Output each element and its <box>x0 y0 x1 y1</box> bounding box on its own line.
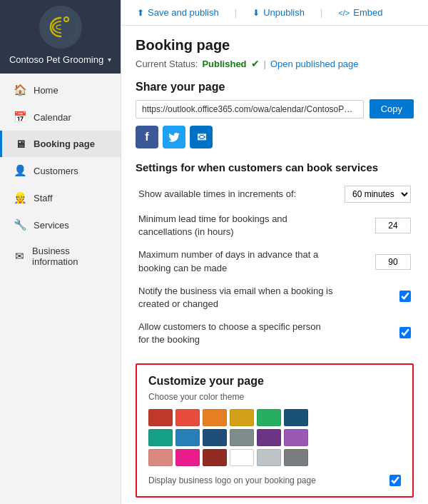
color-swatch-7[interactable] <box>175 429 200 446</box>
setting-label-specific-person: Allow customers to choose a specific per… <box>136 316 336 351</box>
social-icons-row: f ✉ <box>136 126 414 148</box>
share-url-display: https://outlook.office365.com/owa/calend… <box>136 100 364 119</box>
services-icon: 🔧 <box>14 218 26 231</box>
status-dot-icon: ✔ <box>251 58 260 69</box>
toolbar-divider: | <box>235 7 237 18</box>
email-share-button[interactable]: ✉ <box>190 126 213 148</box>
embed-icon: </> <box>338 9 350 17</box>
calendar-icon: 📅 <box>14 111 26 124</box>
status-value: Published <box>202 59 246 69</box>
setting-control-increments[interactable]: 60 minutes <box>336 181 414 208</box>
color-swatch-3[interactable] <box>230 409 254 426</box>
color-swatch-16[interactable] <box>257 449 281 466</box>
logo-display-row: Display business logo on your booking pa… <box>148 475 401 486</box>
sidebar-item-services[interactable]: 🔧 Services <box>0 211 121 238</box>
embed-button[interactable]: </> Embed <box>334 4 387 21</box>
sidebar-item-home[interactable]: 🏠 Home <box>0 76 121 104</box>
sidebar: Contoso Pet Grooming ▾ 🏠 Home 📅 Calendar… <box>0 0 121 504</box>
setting-label-max-days: Maximum number of days in advance that a… <box>136 243 336 279</box>
setting-row-increments: Show available times in increments of: 6… <box>136 181 414 208</box>
sidebar-item-label: Business information <box>32 246 109 267</box>
share-url-row: https://outlook.office365.com/owa/calend… <box>136 99 414 119</box>
sidebar-item-business-information[interactable]: ✉ Business information <box>0 238 121 274</box>
setting-row-specific-person: Allow customers to choose a specific per… <box>136 316 414 351</box>
status-divider: | <box>264 59 266 69</box>
sidebar-item-label: Home <box>34 85 58 96</box>
setting-control-notify[interactable] <box>336 280 414 316</box>
svg-point-0 <box>44 10 78 44</box>
color-swatch-2[interactable] <box>203 409 227 426</box>
customize-title: Customize your page <box>148 375 401 388</box>
sidebar-brand[interactable]: Contoso Pet Grooming ▾ <box>0 0 121 74</box>
share-section-title: Share your page <box>136 81 414 94</box>
sidebar-nav: 🏠 Home 📅 Calendar 🖥 Booking page 👤 Custo… <box>0 74 121 504</box>
brand-chevron-icon: ▾ <box>108 56 111 64</box>
page-title: Booking page <box>136 37 414 54</box>
staff-icon: 👷 <box>14 191 26 204</box>
brand-name[interactable]: Contoso Pet Grooming ▾ <box>9 54 111 65</box>
brand-logo <box>39 6 82 49</box>
settings-table: Show available times in increments of: 6… <box>136 181 414 352</box>
copy-button[interactable]: Copy <box>370 99 414 119</box>
sidebar-item-label: Staff <box>34 193 53 203</box>
setting-label-increments: Show available times in increments of: <box>136 181 336 208</box>
color-swatch-8[interactable] <box>203 429 227 446</box>
color-swatch-14[interactable] <box>203 449 227 466</box>
upload-icon: ⬆ <box>137 8 144 18</box>
color-swatch-1[interactable] <box>175 409 200 426</box>
twitter-icon <box>168 131 180 143</box>
setting-row-lead-time: Minimum lead time for bookings and cance… <box>136 208 414 243</box>
color-swatch-13[interactable] <box>175 449 200 466</box>
sidebar-item-staff[interactable]: 👷 Staff <box>0 184 121 211</box>
logo-display-checkbox[interactable] <box>389 475 401 486</box>
color-swatch-6[interactable] <box>148 429 173 446</box>
color-swatch-10[interactable] <box>257 429 281 446</box>
facebook-share-button[interactable]: f <box>136 126 158 148</box>
sidebar-item-label: Calendar <box>34 112 71 123</box>
setting-control-specific-person[interactable] <box>336 316 414 351</box>
sidebar-item-customers[interactable]: 👤 Customers <box>0 157 121 184</box>
color-swatch-4[interactable] <box>257 409 281 426</box>
main-content: ⬆ Save and publish | ⬇ Unpublish | </> E… <box>121 0 428 504</box>
sidebar-item-label: Customers <box>34 166 78 176</box>
setting-row-max-days: Maximum number of days in advance that a… <box>136 243 414 279</box>
setting-label-notify: Notify the business via email when a boo… <box>136 280 336 316</box>
max-days-input[interactable] <box>375 254 411 270</box>
business-info-icon: ✉ <box>14 250 25 263</box>
setting-control-max-days[interactable] <box>336 243 414 279</box>
lead-time-input[interactable] <box>375 218 411 233</box>
logo-svg <box>43 9 78 45</box>
specific-person-checkbox[interactable] <box>399 327 411 338</box>
sidebar-item-booking-page[interactable]: 🖥 Booking page <box>0 131 121 157</box>
logo-display-label: Display business logo on your booking pa… <box>148 475 316 485</box>
color-swatch-15[interactable] <box>230 449 254 466</box>
setting-row-notify: Notify the business via email when a boo… <box>136 280 414 316</box>
notify-checkbox[interactable] <box>399 291 411 302</box>
status-row: Current Status: Published ✔ | Open publi… <box>136 58 414 69</box>
color-swatch-11[interactable] <box>284 429 308 446</box>
customize-box: Customize your page Choose your color th… <box>136 363 414 498</box>
setting-control-lead-time[interactable] <box>336 208 414 243</box>
twitter-share-button[interactable] <box>163 126 185 148</box>
settings-title: Settings for when customers can book ser… <box>136 161 414 173</box>
toolbar: ⬆ Save and publish | ⬇ Unpublish | </> E… <box>121 0 428 26</box>
sidebar-item-calendar[interactable]: 📅 Calendar <box>0 104 121 131</box>
customers-icon: 👤 <box>14 164 26 177</box>
color-swatch-9[interactable] <box>230 429 254 446</box>
open-published-page-link[interactable]: Open published page <box>270 59 359 69</box>
color-swatch-17[interactable] <box>284 449 308 466</box>
color-swatch-12[interactable] <box>148 449 173 466</box>
page-content: Booking page Current Status: Published ✔… <box>121 26 428 504</box>
sidebar-item-label: Booking page <box>34 138 95 149</box>
color-swatch-5[interactable] <box>284 409 308 426</box>
increments-select[interactable]: 60 minutes <box>345 186 411 203</box>
color-swatch-0[interactable] <box>148 409 173 426</box>
save-publish-button[interactable]: ⬆ Save and publish <box>133 4 223 21</box>
status-label: Current Status: <box>136 59 198 69</box>
color-theme-grid <box>148 409 401 466</box>
toolbar-divider2: | <box>320 7 322 18</box>
home-icon: 🏠 <box>14 84 26 96</box>
unpublish-button[interactable]: ⬇ Unpublish <box>248 4 309 21</box>
customize-subtitle: Choose your color theme <box>148 392 401 402</box>
download-icon: ⬇ <box>253 8 260 18</box>
